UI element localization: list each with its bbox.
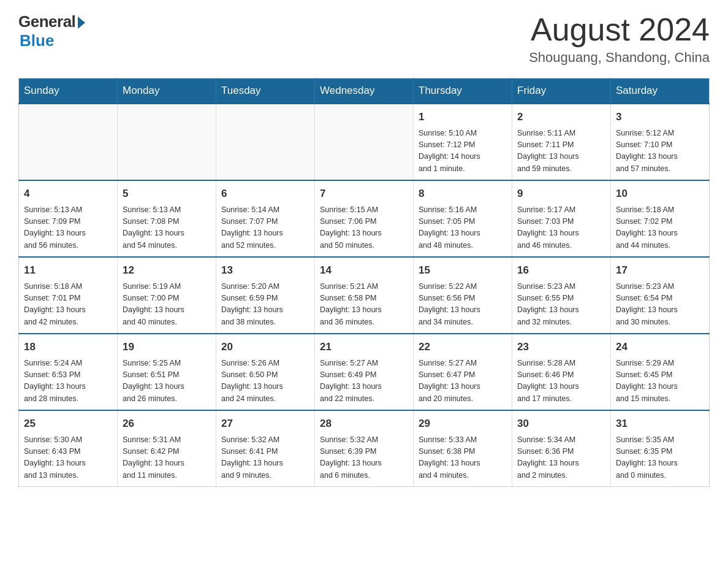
weekday-header-tuesday: Tuesday [216,79,315,104]
title-area: August 2024 Shouguang, Shandong, China [529,12,710,66]
calendar-cell: 16Sunrise: 5:23 AM Sunset: 6:55 PM Dayli… [512,257,611,334]
weekday-header-row: SundayMondayTuesdayWednesdayThursdayFrid… [19,79,710,104]
day-number: 19 [123,339,211,355]
day-info: Sunrise: 5:12 AM Sunset: 7:10 PM Dayligh… [616,128,704,175]
day-number: 23 [517,339,605,355]
calendar-cell: 4Sunrise: 5:13 AM Sunset: 7:09 PM Daylig… [19,180,118,257]
day-info: Sunrise: 5:33 AM Sunset: 6:38 PM Dayligh… [419,434,507,482]
calendar-cell: 29Sunrise: 5:33 AM Sunset: 6:38 PM Dayli… [414,410,512,487]
calendar-cell: 31Sunrise: 5:35 AM Sunset: 6:35 PM Dayli… [611,410,710,487]
calendar-cell: 13Sunrise: 5:20 AM Sunset: 6:59 PM Dayli… [216,257,315,334]
day-info: Sunrise: 5:34 AM Sunset: 6:36 PM Dayligh… [517,434,605,482]
calendar-cell [118,104,216,180]
calendar-table: SundayMondayTuesdayWednesdayThursdayFrid… [18,78,710,487]
calendar-cell: 28Sunrise: 5:32 AM Sunset: 6:39 PM Dayli… [315,410,414,487]
calendar-cell: 1Sunrise: 5:10 AM Sunset: 7:12 PM Daylig… [414,104,512,180]
calendar-cell [315,104,414,180]
day-info: Sunrise: 5:28 AM Sunset: 6:46 PM Dayligh… [517,358,605,405]
day-info: Sunrise: 5:27 AM Sunset: 6:47 PM Dayligh… [419,358,507,405]
calendar-week-row: 11Sunrise: 5:18 AM Sunset: 7:01 PM Dayli… [19,257,710,334]
logo: General Blue [18,12,85,50]
day-number: 8 [419,186,507,202]
day-info: Sunrise: 5:21 AM Sunset: 6:58 PM Dayligh… [320,281,408,329]
day-info: Sunrise: 5:31 AM Sunset: 6:42 PM Dayligh… [123,434,211,482]
calendar-cell: 17Sunrise: 5:23 AM Sunset: 6:54 PM Dayli… [611,257,710,334]
calendar-cell: 11Sunrise: 5:18 AM Sunset: 7:01 PM Dayli… [19,257,118,334]
day-number: 27 [221,416,309,432]
calendar-cell: 18Sunrise: 5:24 AM Sunset: 6:53 PM Dayli… [19,334,118,410]
calendar-cell: 12Sunrise: 5:19 AM Sunset: 7:00 PM Dayli… [118,257,216,334]
day-info: Sunrise: 5:35 AM Sunset: 6:35 PM Dayligh… [616,434,704,482]
day-number: 17 [616,262,704,278]
day-number: 7 [320,186,408,202]
calendar-cell: 3Sunrise: 5:12 AM Sunset: 7:10 PM Daylig… [611,104,710,180]
day-info: Sunrise: 5:23 AM Sunset: 6:55 PM Dayligh… [517,281,605,329]
calendar-cell: 19Sunrise: 5:25 AM Sunset: 6:51 PM Dayli… [118,334,216,410]
logo-arrow-icon [78,17,85,29]
weekday-header-thursday: Thursday [414,79,512,104]
calendar-cell: 25Sunrise: 5:30 AM Sunset: 6:43 PM Dayli… [19,410,118,487]
calendar-cell: 8Sunrise: 5:16 AM Sunset: 7:05 PM Daylig… [414,180,512,257]
day-number: 2 [517,109,605,125]
day-info: Sunrise: 5:30 AM Sunset: 6:43 PM Dayligh… [24,434,112,482]
calendar-cell: 2Sunrise: 5:11 AM Sunset: 7:11 PM Daylig… [512,104,611,180]
day-info: Sunrise: 5:32 AM Sunset: 6:39 PM Dayligh… [320,434,408,482]
calendar-cell: 24Sunrise: 5:29 AM Sunset: 6:45 PM Dayli… [611,334,710,410]
calendar-cell: 22Sunrise: 5:27 AM Sunset: 6:47 PM Dayli… [414,334,512,410]
day-number: 9 [517,186,605,202]
calendar-cell [216,104,315,180]
day-info: Sunrise: 5:13 AM Sunset: 7:08 PM Dayligh… [123,204,211,252]
day-number: 1 [419,109,507,125]
month-title: August 2024 [529,12,710,47]
day-number: 30 [517,416,605,432]
day-number: 5 [123,186,211,202]
day-info: Sunrise: 5:16 AM Sunset: 7:05 PM Dayligh… [419,204,507,252]
day-number: 13 [221,262,309,278]
weekday-header-friday: Friday [512,79,611,104]
day-number: 16 [517,262,605,278]
day-number: 18 [24,339,112,355]
calendar-week-row: 1Sunrise: 5:10 AM Sunset: 7:12 PM Daylig… [19,104,710,180]
calendar-cell: 15Sunrise: 5:22 AM Sunset: 6:56 PM Dayli… [414,257,512,334]
day-info: Sunrise: 5:15 AM Sunset: 7:06 PM Dayligh… [320,204,408,252]
calendar-week-row: 25Sunrise: 5:30 AM Sunset: 6:43 PM Dayli… [19,410,710,487]
calendar-week-row: 4Sunrise: 5:13 AM Sunset: 7:09 PM Daylig… [19,180,710,257]
day-number: 22 [419,339,507,355]
logo-blue-text: Blue [20,31,54,50]
calendar-cell: 27Sunrise: 5:32 AM Sunset: 6:41 PM Dayli… [216,410,315,487]
calendar-week-row: 18Sunrise: 5:24 AM Sunset: 6:53 PM Dayli… [19,334,710,410]
calendar-cell: 14Sunrise: 5:21 AM Sunset: 6:58 PM Dayli… [315,257,414,334]
day-info: Sunrise: 5:22 AM Sunset: 6:56 PM Dayligh… [419,281,507,329]
day-number: 6 [221,186,309,202]
day-info: Sunrise: 5:14 AM Sunset: 7:07 PM Dayligh… [221,204,309,252]
day-info: Sunrise: 5:29 AM Sunset: 6:45 PM Dayligh… [616,358,704,405]
calendar-cell: 7Sunrise: 5:15 AM Sunset: 7:06 PM Daylig… [315,180,414,257]
page-header: General Blue August 2024 Shouguang, Shan… [18,12,710,66]
day-number: 31 [616,416,704,432]
day-info: Sunrise: 5:27 AM Sunset: 6:49 PM Dayligh… [320,358,408,405]
day-info: Sunrise: 5:18 AM Sunset: 7:02 PM Dayligh… [616,204,704,252]
day-number: 20 [221,339,309,355]
calendar-cell: 20Sunrise: 5:26 AM Sunset: 6:50 PM Dayli… [216,334,315,410]
day-number: 26 [123,416,211,432]
day-number: 4 [24,186,112,202]
weekday-header-saturday: Saturday [611,79,710,104]
day-info: Sunrise: 5:17 AM Sunset: 7:03 PM Dayligh… [517,204,605,252]
weekday-header-sunday: Sunday [19,79,118,104]
calendar-cell [19,104,118,180]
day-info: Sunrise: 5:24 AM Sunset: 6:53 PM Dayligh… [24,358,112,405]
day-info: Sunrise: 5:10 AM Sunset: 7:12 PM Dayligh… [419,128,507,175]
logo-general-text: General [18,12,75,31]
day-number: 24 [616,339,704,355]
weekday-header-wednesday: Wednesday [315,79,414,104]
day-info: Sunrise: 5:26 AM Sunset: 6:50 PM Dayligh… [221,358,309,405]
calendar-cell: 30Sunrise: 5:34 AM Sunset: 6:36 PM Dayli… [512,410,611,487]
day-info: Sunrise: 5:23 AM Sunset: 6:54 PM Dayligh… [616,281,704,329]
calendar-cell: 10Sunrise: 5:18 AM Sunset: 7:02 PM Dayli… [611,180,710,257]
weekday-header-monday: Monday [118,79,216,104]
day-info: Sunrise: 5:20 AM Sunset: 6:59 PM Dayligh… [221,281,309,329]
day-number: 10 [616,186,704,202]
day-info: Sunrise: 5:13 AM Sunset: 7:09 PM Dayligh… [24,204,112,252]
calendar-cell: 26Sunrise: 5:31 AM Sunset: 6:42 PM Dayli… [118,410,216,487]
calendar-cell: 9Sunrise: 5:17 AM Sunset: 7:03 PM Daylig… [512,180,611,257]
